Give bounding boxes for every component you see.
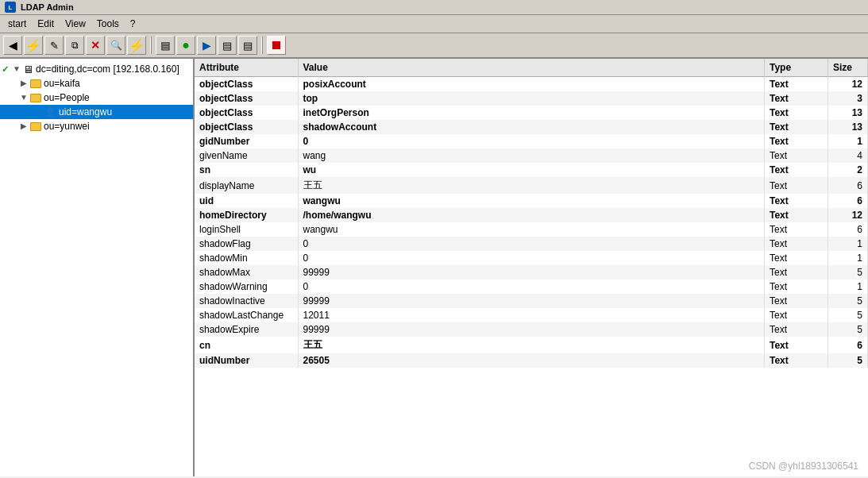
menu-view[interactable]: View [60, 17, 91, 31]
user-icon-wangwu: 👤 [44, 106, 56, 118]
attribute-table: Attribute Value Type Size objectClasspos… [195, 59, 868, 368]
table-row[interactable]: shadowInactive99999Text5 [195, 294, 868, 308]
table-header-row: Attribute Value Type Size [195, 59, 868, 77]
cell-attribute: shadowInactive [195, 294, 298, 308]
cell-attribute: sn [195, 163, 298, 177]
cell-size: 13 [828, 106, 868, 120]
table-row[interactable]: objectClassposixAccountText12 [195, 77, 868, 92]
menu-edit[interactable]: Edit [33, 17, 59, 31]
table-row[interactable]: shadowWarning0Text1 [195, 279, 868, 294]
cell-value: top [298, 91, 765, 106]
cell-type: Text [765, 77, 828, 92]
table-row[interactable]: loginShellwangwuText6 [195, 222, 868, 237]
connect-button[interactable]: ● [176, 36, 195, 55]
cell-size: 13 [828, 120, 868, 134]
cell-value: 0 [298, 251, 765, 265]
col-header-type: Type [765, 59, 828, 77]
cell-attribute: objectClass [195, 120, 298, 134]
cell-value: 0 [298, 237, 765, 251]
toggle-root[interactable]: ▼ [10, 63, 23, 75]
cell-size: 1 [828, 134, 868, 148]
copy-button[interactable]: ⧉ [65, 36, 84, 55]
tree-label-root: dc=diting,dc=com [192.168.0.160] [36, 64, 179, 75]
table-row[interactable]: shadowExpire99999Text5 [195, 322, 868, 337]
table-row[interactable]: shadowLastChange12011Text5 [195, 308, 868, 322]
cell-value: /home/wangwu [298, 208, 765, 222]
cell-type: Text [765, 91, 828, 106]
cell-value: 99999 [298, 265, 765, 279]
cell-value: wu [298, 163, 765, 177]
table-row[interactable]: uidNumber26505Text5 [195, 353, 868, 368]
menu-tools[interactable]: Tools [92, 17, 124, 31]
refresh-button[interactable]: ⚡ [127, 36, 146, 55]
page-button[interactable]: ▤ [218, 36, 237, 55]
cell-size: 3 [828, 91, 868, 106]
table-row[interactable]: shadowMin0Text1 [195, 251, 868, 265]
cell-value: 王五 [298, 177, 765, 194]
menu-help[interactable]: ? [125, 17, 141, 31]
cell-size: 2 [828, 163, 868, 177]
key-button[interactable]: ▤ [238, 36, 257, 55]
tree-label-yunwei: ou=yunwei [44, 121, 90, 132]
cell-size: 1 [828, 251, 868, 265]
table-row[interactable]: snwuText2 [195, 163, 868, 177]
cell-type: Text [765, 194, 828, 208]
menu-start[interactable]: start [3, 17, 31, 31]
cell-type: Text [765, 148, 828, 163]
cell-attribute: objectClass [195, 106, 298, 120]
cell-attribute: shadowExpire [195, 322, 298, 337]
tree-item-yunwei[interactable]: ▶ ou=yunwei [0, 119, 193, 133]
tree-item-kaifa[interactable]: ▶ ou=kaifa [0, 76, 193, 91]
table-row[interactable]: homeDirectory/home/wangwuText12 [195, 208, 868, 222]
cell-size: 6 [828, 177, 868, 194]
search-button[interactable]: 🔍 [106, 36, 125, 55]
cell-attribute: shadowLastChange [195, 308, 298, 322]
edit-button[interactable]: ✎ [44, 36, 64, 55]
cell-type: Text [765, 134, 828, 148]
watermark: CSDN @yhl18931306541 [749, 461, 858, 472]
cell-value: 0 [298, 134, 765, 148]
table-row[interactable]: cn王五Text6 [195, 337, 868, 353]
tree-label-wangwu: uid=wangwu [59, 106, 112, 118]
table-row[interactable]: gidNumber0Text1 [195, 134, 868, 148]
tree-label-kaifa: ou=kaifa [44, 78, 80, 89]
toggle-people[interactable]: ▼ [17, 91, 30, 104]
delete-button[interactable]: ✕ [86, 36, 105, 55]
folder-icon-kaifa [30, 79, 41, 88]
tree-item-wangwu[interactable]: 👤 uid=wangwu [0, 105, 193, 119]
main-layout: ✓ ▼ 🖥 dc=diting,dc=com [192.168.0.160] ▶… [0, 59, 868, 476]
cell-type: Text [765, 279, 828, 294]
stop-button[interactable]: ⏹ [267, 36, 286, 55]
cell-value: 99999 [298, 322, 765, 337]
cell-size: 5 [828, 322, 868, 337]
table-row[interactable]: displayName王五Text6 [195, 177, 868, 194]
cell-value: 12011 [298, 308, 765, 322]
folder-icon-people [30, 94, 41, 102]
tree-item-root[interactable]: ✓ ▼ 🖥 dc=diting,dc=com [192.168.0.160] [0, 62, 193, 76]
ldap-browser-button[interactable]: ▤ [156, 36, 175, 55]
cell-value: wang [298, 148, 765, 163]
table-row[interactable]: shadowFlag0Text1 [195, 237, 868, 251]
cell-attribute: objectClass [195, 91, 298, 106]
app-icon: L [5, 2, 16, 13]
table-row[interactable]: objectClassinetOrgPersonText13 [195, 106, 868, 120]
toggle-yunwei[interactable]: ▶ [17, 120, 30, 133]
cell-size: 6 [828, 337, 868, 353]
cell-attribute: gidNumber [195, 134, 298, 148]
cell-attribute: shadowMax [195, 265, 298, 279]
cell-type: Text [765, 294, 828, 308]
cell-value: 26505 [298, 353, 765, 368]
table-row[interactable]: objectClassshadowAccountText13 [195, 120, 868, 134]
table-row[interactable]: shadowMax99999Text5 [195, 265, 868, 279]
cell-attribute: cn [195, 337, 298, 353]
cell-size: 6 [828, 194, 868, 208]
back-button[interactable]: ◀ [3, 36, 22, 55]
cell-type: Text [765, 337, 828, 353]
tree-item-people[interactable]: ▼ ou=People [0, 91, 193, 105]
lightning-button[interactable]: ⚡ [24, 36, 43, 55]
table-row[interactable]: uidwangwuText6 [195, 194, 868, 208]
toggle-kaifa[interactable]: ▶ [17, 77, 30, 90]
forward-button[interactable]: ▶ [197, 36, 216, 55]
table-row[interactable]: givenNamewangText4 [195, 148, 868, 163]
table-row[interactable]: objectClasstopText3 [195, 91, 868, 106]
